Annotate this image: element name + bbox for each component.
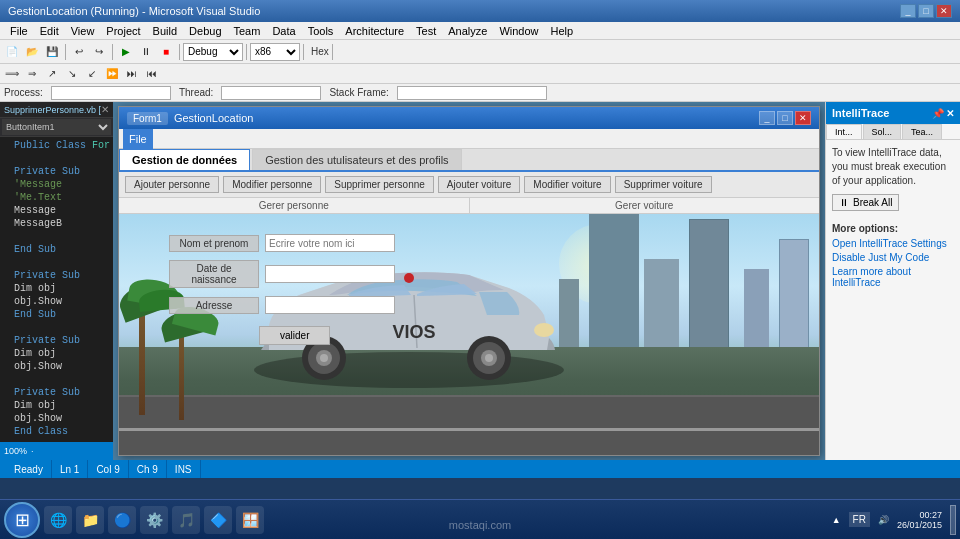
code-line-21: Dim obj (0, 399, 113, 412)
input-adresse[interactable] (265, 296, 395, 314)
code-line-13: obj.Show (0, 295, 113, 308)
taskbar-chrome-icon[interactable]: 🔵 (108, 506, 136, 534)
taskbar-settings-icon[interactable]: ⚙️ (140, 506, 168, 534)
app-file-btn[interactable]: File (123, 129, 153, 149)
toolbar-btn-stop[interactable]: ■ (156, 43, 176, 61)
road-surface (119, 395, 819, 455)
itrace-close-icon[interactable]: ✕ (946, 108, 954, 119)
toolbar2-btn4[interactable]: ↘ (62, 65, 82, 83)
toolbar-btn-save[interactable]: 💾 (42, 43, 62, 61)
toolbar2-btn2[interactable]: ⇒ (22, 65, 42, 83)
break-all-button[interactable]: ⏸ Break All (832, 194, 899, 211)
toolbar-sep6 (332, 44, 333, 60)
toolbar-btn-open[interactable]: 📂 (22, 43, 42, 61)
code-file-tab[interactable]: SupprimerPersonne.vb [De... ✕ (0, 102, 113, 118)
menu-debug[interactable]: Debug (183, 22, 227, 40)
toolbar2-btn7[interactable]: ⏭ (122, 65, 142, 83)
show-desktop-btn[interactable] (950, 505, 956, 535)
toolbar-sep2 (112, 44, 113, 60)
itrace-tab-solution[interactable]: Sol... (863, 124, 902, 139)
toolbar-btn-redo[interactable]: ↪ (89, 43, 109, 61)
menu-project[interactable]: Project (100, 22, 146, 40)
toolbar2-btn3[interactable]: ↗ (42, 65, 62, 83)
btn-supprimer-voiture[interactable]: Supprimer voiture (615, 176, 712, 193)
menu-test[interactable]: Test (410, 22, 442, 40)
toolbar-btn-undo[interactable]: ↩ (69, 43, 89, 61)
menu-help[interactable]: Help (545, 22, 580, 40)
link-learn-more[interactable]: Learn more about IntelliTrace (832, 266, 954, 288)
form-row-valider: valider (169, 322, 395, 345)
taskbar-vs-icon[interactable]: 🔷 (204, 506, 232, 534)
toolbar2-btn1[interactable]: ⟹ (2, 65, 22, 83)
code-member-dropdown[interactable]: ButtonItem1 (2, 119, 111, 135)
link-disable-just-my-code[interactable]: Disable Just My Code (832, 252, 954, 263)
status-ready: Ready (6, 460, 52, 478)
toolbar-btn-new[interactable]: 📄 (2, 43, 22, 61)
close-button[interactable]: ✕ (936, 4, 952, 18)
thread-input[interactable] (221, 86, 321, 100)
itrace-tab-intellitrace[interactable]: Int... (826, 124, 862, 139)
center-area: Form1 GestionLocation _ □ ✕ File Gestion… (113, 102, 825, 460)
menu-window[interactable]: Window (493, 22, 544, 40)
menu-build[interactable]: Build (147, 22, 183, 40)
close-tab-icon[interactable]: ✕ (101, 104, 109, 115)
menu-view[interactable]: View (65, 22, 101, 40)
app-maximize-btn[interactable]: □ (777, 111, 793, 125)
tab-gestion-donnees[interactable]: Gestion de données (119, 149, 250, 170)
valider-button[interactable]: valider (259, 326, 330, 345)
form-fields: Nom et prenom Date de naissance Adresse (169, 234, 395, 345)
code-line-3: Private Sub (0, 165, 113, 178)
intellitrace-title: IntelliTrace (832, 107, 889, 119)
stack-frame-input[interactable] (397, 86, 547, 100)
menu-edit[interactable]: Edit (34, 22, 65, 40)
platform-combo[interactable]: x86 (250, 43, 300, 61)
app-title-buttons: _ □ ✕ (759, 111, 811, 125)
menu-file[interactable]: File (4, 22, 34, 40)
toolbar-btn-start[interactable]: ▶ (116, 43, 136, 61)
svg-point-7 (320, 354, 328, 362)
menu-data[interactable]: Data (266, 22, 301, 40)
palm-tree-1 (139, 295, 145, 415)
title-bar: GestionLocation (Running) - Microsoft Vi… (0, 0, 960, 22)
code-line-11: Private Sub (0, 269, 113, 282)
taskbar-windows-icon[interactable]: 🪟 (236, 506, 264, 534)
taskbar-chevron-icon[interactable]: ▲ (832, 515, 841, 525)
toolbar2-btn6[interactable]: ⏩ (102, 65, 122, 83)
taskbar-ie-icon[interactable]: 🌐 (44, 506, 72, 534)
tab-gestion-utilisateurs[interactable]: Gestion des utulisateurs et des profils (252, 149, 461, 170)
itrace-tab-team[interactable]: Tea... (902, 124, 942, 139)
maximize-button[interactable]: □ (918, 4, 934, 18)
app-minimize-btn[interactable]: _ (759, 111, 775, 125)
taskbar-volume-icon[interactable]: 🔊 (878, 515, 889, 525)
input-nom[interactable] (265, 234, 395, 252)
start-button[interactable]: ⊞ (4, 502, 40, 538)
minimize-button[interactable]: _ (900, 4, 916, 18)
menu-architecture[interactable]: Architecture (339, 22, 410, 40)
code-line-17: Dim obj (0, 347, 113, 360)
btn-modifier-personne[interactable]: Modifier personne (223, 176, 321, 193)
status-ins: INS (167, 460, 201, 478)
btn-ajouter-personne[interactable]: Ajouter personne (125, 176, 219, 193)
intellitrace-description: To view IntelliTrace data, you must brea… (832, 146, 954, 188)
menu-analyze[interactable]: Analyze (442, 22, 493, 40)
debug-mode-combo[interactable]: Debug (183, 43, 243, 61)
toolbar2-btn5[interactable]: ↙ (82, 65, 102, 83)
intellitrace-tab-row: Int... Sol... Tea... (826, 124, 960, 140)
btn-supprimer-personne[interactable]: Supprimer personne (325, 176, 434, 193)
toolbar2-btn8[interactable]: ⏮ (142, 65, 162, 83)
link-open-settings[interactable]: Open IntelliTrace Settings (832, 238, 954, 249)
input-dob[interactable] (265, 265, 395, 283)
taskbar: ⊞ 🌐 📁 🔵 ⚙️ 🎵 🔷 🪟 mostaqi.com ▲ FR 🔊 00:2… (0, 499, 960, 539)
app-close-btn[interactable]: ✕ (795, 111, 811, 125)
title-bar-text: GestionLocation (Running) - Microsoft Vi… (8, 5, 260, 17)
btn-ajouter-voiture[interactable]: Ajouter voiture (438, 176, 520, 193)
intellitrace-panel: IntelliTrace 📌 ✕ Int... Sol... Tea... To… (825, 102, 960, 460)
btn-modifier-voiture[interactable]: Modifier voiture (524, 176, 610, 193)
toolbar-btn-pause[interactable]: ⏸ (136, 43, 156, 61)
taskbar-media-icon[interactable]: 🎵 (172, 506, 200, 534)
taskbar-explorer-icon[interactable]: 📁 (76, 506, 104, 534)
menu-team[interactable]: Team (228, 22, 267, 40)
menu-tools[interactable]: Tools (302, 22, 340, 40)
process-input[interactable] (51, 86, 171, 100)
itrace-pin-icon[interactable]: 📌 (932, 108, 944, 119)
